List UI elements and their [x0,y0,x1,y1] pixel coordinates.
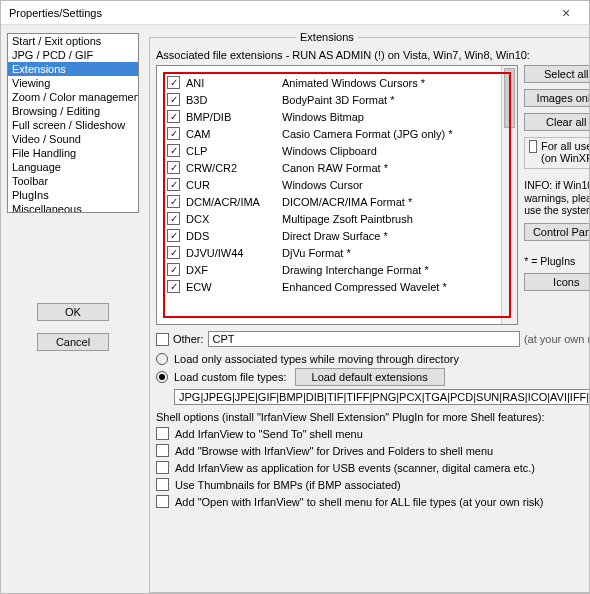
ext-checkbox[interactable] [167,161,180,174]
ext-checkbox[interactable] [167,195,180,208]
category-item[interactable]: File Handling [8,146,138,160]
load-only-label: Load only associated types while moving … [174,353,459,365]
clear-all-button[interactable]: Clear all [524,113,589,131]
shell-openwith[interactable]: Add "Open with IrfanView" to shell menu … [156,495,589,508]
checkbox [156,427,169,440]
scrollbar[interactable] [501,66,517,324]
load-only-option[interactable]: Load only associated types while moving … [156,353,589,365]
ext-checkbox[interactable] [167,229,180,242]
category-item[interactable]: Full screen / Slideshow [8,118,138,132]
category-item[interactable]: Viewing [8,76,138,90]
ext-desc: Windows Bitmap [282,111,364,123]
load-default-button[interactable]: Load default extensions [295,368,445,386]
category-item[interactable]: Video / Sound [8,132,138,146]
ext-name: CLP [186,145,276,157]
ext-name: DXF [186,264,276,276]
ext-name: CAM [186,128,276,140]
info-text: INFO: if Win10 warnings, please use the … [524,179,589,217]
for-all-users-group: For all users (on WinXP) [524,137,589,169]
ext-checkbox[interactable] [167,93,180,106]
extension-row[interactable]: ANIAnimated Windows Cursors * [167,74,509,91]
close-icon[interactable]: × [551,1,581,25]
ext-desc: Drawing Interchange Format * [282,264,429,276]
extension-row[interactable]: DXFDrawing Interchange Format * [167,261,509,278]
other-risk: (at your own risk) [524,333,589,345]
category-item[interactable]: Browsing / Editing [8,104,138,118]
titlebar: Properties/Settings × [1,1,589,25]
category-item[interactable]: Miscellaneous [8,202,138,213]
category-item[interactable]: Start / Exit options [8,34,138,48]
ext-name: DDS [186,230,276,242]
cancel-button[interactable]: Cancel [37,333,109,351]
extension-row[interactable]: CRW/CR2Canon RAW Format * [167,159,509,176]
extensions-group: Extensions Associated file extensions - … [149,31,589,593]
extension-row[interactable]: CLPWindows Clipboard [167,142,509,159]
extension-row[interactable]: DJVU/IW44DjVu Format * [167,244,509,261]
ok-button[interactable]: OK [37,303,109,321]
ext-desc: DICOM/ACR/IMA Format * [282,196,412,208]
extension-row[interactable]: ECWEnhanced Compressed Wavelet * [167,278,509,295]
select-all-button[interactable]: Select all [524,65,589,83]
ext-name: DCX [186,213,276,225]
ext-desc: Casio Camera Format (JPG only) * [282,128,453,140]
radio-icon [156,353,168,365]
category-item[interactable]: Language [8,160,138,174]
ext-checkbox[interactable] [167,280,180,293]
ext-desc: Canon RAW Format * [282,162,388,174]
shell-header: Shell options (install "IrfanView Shell … [156,411,589,423]
load-custom-option[interactable]: Load custom file types: [156,371,287,383]
icons-button[interactable]: Icons [524,273,589,291]
extension-row[interactable]: DCM/ACR/IMADICOM/ACR/IMA Format * [167,193,509,210]
ext-name: DJVU/IW44 [186,247,276,259]
ext-name: ECW [186,281,276,293]
custom-types-input[interactable]: JPG|JPEG|JPE|GIF|BMP|DIB|TIF|TIFF|PNG|PC… [174,389,589,405]
control-panel-button[interactable]: Control Panel [524,223,589,241]
ext-desc: BodyPaint 3D Format * [282,94,395,106]
panel-title: Extensions [296,31,358,43]
ext-name: ANI [186,77,276,89]
for-all-users-label: For all users (on WinXP) [541,140,589,164]
ext-checkbox[interactable] [167,212,180,225]
scroll-thumb[interactable] [504,68,515,128]
settings-window: Properties/Settings × Start / Exit optio… [0,0,590,594]
shell-thumbs[interactable]: Use Thumbnails for BMPs (if BMP associat… [156,478,589,491]
ext-checkbox[interactable] [167,127,180,140]
category-item[interactable]: PlugIns [8,188,138,202]
other-checkbox[interactable] [156,333,169,346]
ext-checkbox[interactable] [167,263,180,276]
extension-row[interactable]: B3DBodyPaint 3D Format * [167,91,509,108]
shell-browse[interactable]: Add "Browse with IrfanView" for Drives a… [156,444,589,457]
other-input[interactable]: CPT [208,331,520,347]
shell-usb[interactable]: Add IrfanView as application for USB eve… [156,461,589,474]
for-all-users-checkbox[interactable] [529,140,537,153]
extension-row[interactable]: BMP/DIBWindows Bitmap [167,108,509,125]
assoc-label: Associated file extensions - RUN AS ADMI… [156,49,589,61]
load-custom-label: Load custom file types: [174,371,287,383]
checkbox [156,495,169,508]
category-item[interactable]: Toolbar [8,174,138,188]
ext-checkbox[interactable] [167,246,180,259]
category-item[interactable]: JPG / PCD / GIF [8,48,138,62]
extension-row[interactable]: DCXMultipage Zsoft Paintbrush [167,210,509,227]
category-list[interactable]: Start / Exit optionsJPG / PCD / GIFExten… [7,33,139,213]
images-only-button[interactable]: Images only [524,89,589,107]
ext-desc: Windows Clipboard [282,145,377,157]
ext-name: BMP/DIB [186,111,276,123]
extension-row[interactable]: DDSDirect Draw Surface * [167,227,509,244]
ext-checkbox[interactable] [167,178,180,191]
ext-name: CUR [186,179,276,191]
category-item[interactable]: Extensions [8,62,138,76]
ext-checkbox[interactable] [167,144,180,157]
ext-checkbox[interactable] [167,76,180,89]
extensions-listbox[interactable]: ANIAnimated Windows Cursors *B3DBodyPain… [156,65,518,325]
shell-sendto[interactable]: Add IrfanView to "Send To" shell menu [156,427,589,440]
ext-desc: Direct Draw Surface * [282,230,388,242]
extension-row[interactable]: CAMCasio Camera Format (JPG only) * [167,125,509,142]
extension-row[interactable]: CURWindows Cursor [167,176,509,193]
other-label: Other: [173,333,204,345]
radio-icon [156,371,168,383]
left-pane: Start / Exit optionsJPG / PCD / GIFExten… [1,25,145,593]
checkbox [156,444,169,457]
ext-checkbox[interactable] [167,110,180,123]
category-item[interactable]: Zoom / Color management [8,90,138,104]
